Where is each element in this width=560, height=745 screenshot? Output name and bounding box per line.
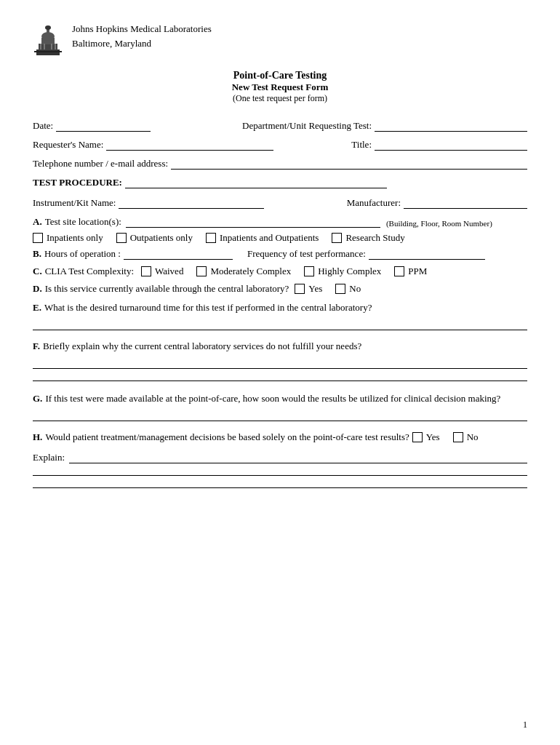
page-number: 1 [523, 720, 527, 730]
section-h-text: Would patient treatment/management decis… [45, 431, 409, 443]
section-g-text: If this test were made available at the … [45, 393, 500, 405]
checkbox-label-yes-h: Yes [426, 431, 440, 443]
section-h-explain-row: Explain: [33, 452, 527, 463]
checkbox-moderately-complex[interactable]: Moderately Complex [196, 266, 291, 277]
checkbox-yes-h[interactable]: Yes [412, 431, 440, 443]
title-input[interactable] [375, 139, 527, 151]
date-input[interactable] [56, 120, 151, 132]
section-d-label: D. [33, 283, 42, 295]
section-h-explain-input[interactable] [69, 452, 527, 463]
checkbox-label-highly: Highly Complex [318, 266, 381, 277]
requester-input[interactable] [106, 139, 273, 151]
form-title: Point-of-Care Testing New Test Request F… [33, 70, 527, 104]
section-g-header: G. If this test were made available at t… [33, 393, 527, 405]
section-f-line2[interactable] [33, 381, 527, 381]
section-b-label: B. [33, 248, 41, 260]
section-c-text: CLIA Test Complexity: [45, 266, 134, 277]
checkbox-label-moderately: Moderately Complex [210, 266, 291, 277]
section-h-explain-label: Explain: [33, 452, 65, 463]
test-procedure-row: TEST PROCEDURE: [33, 177, 527, 188]
checkbox-yes-d[interactable]: Yes [295, 283, 322, 295]
svg-rect-7 [40, 44, 41, 49]
instrument-input[interactable] [119, 197, 264, 209]
form-title-line2: New Test Request Form [33, 81, 527, 93]
section-a-header-row: A. Test site location(s): (Building, Flo… [33, 216, 527, 228]
section-f-text: Briefly explain why the current central … [43, 340, 361, 352]
checkbox-label-research: Research Study [345, 232, 404, 244]
checkbox-box-both[interactable] [206, 233, 216, 243]
section-g-label: G. [33, 393, 42, 405]
section-a-label: A. [33, 216, 42, 228]
section-e-line[interactable] [33, 330, 527, 330]
telephone-row: Telephone number / e-mail address: [33, 158, 527, 170]
section-c-label: C. [33, 266, 42, 277]
checkbox-box-moderately[interactable] [196, 266, 207, 276]
checkbox-box-waived[interactable] [141, 266, 151, 276]
section-c: C. CLIA Test Complexity: Waived Moderate… [33, 266, 527, 277]
section-f: F. Briefly explain why the current centr… [33, 340, 527, 381]
checkbox-box-yes-d[interactable] [295, 284, 305, 294]
section-h: H. Would patient treatment/management de… [33, 431, 527, 488]
date-dept-row: Date: Department/Unit Requesting Test: [33, 120, 527, 132]
checkbox-box-inpatients[interactable] [33, 233, 43, 243]
section-f-line1[interactable] [33, 368, 527, 369]
section-a-checkboxes: Inpatients only Outpatients only Inpatie… [33, 232, 527, 244]
section-d: D. Is this service currently available t… [33, 283, 527, 295]
checkbox-ppm[interactable]: PPM [394, 266, 427, 277]
section-e-text: What is the desired turnaround time for … [44, 302, 372, 314]
section-b: B. Hours of operation : Frequency of tes… [33, 248, 527, 260]
checkbox-box-ppm[interactable] [394, 266, 404, 276]
building-hint: (Building, Floor, Room Number) [386, 219, 492, 228]
checkbox-box-outpatients[interactable] [116, 233, 127, 243]
checkbox-no-d[interactable]: No [335, 283, 361, 295]
manufacturer-input[interactable] [404, 197, 527, 209]
section-f-header: F. Briefly explain why the current centr… [33, 340, 527, 352]
checkbox-waived[interactable]: Waived [141, 266, 183, 277]
section-c-row: C. CLIA Test Complexity: Waived Moderate… [33, 266, 527, 277]
checkbox-no-h[interactable]: No [453, 431, 479, 443]
checkbox-label-ppm: PPM [408, 266, 427, 277]
title-label: Title: [351, 139, 372, 151]
section-b-hours-label: Hours of operation : [44, 248, 121, 260]
checkbox-box-research[interactable] [332, 233, 342, 243]
telephone-input[interactable] [171, 158, 527, 170]
checkbox-box-yes-h[interactable] [412, 432, 423, 442]
header-text: Johns Hopkins Medical Laboratories Balti… [72, 22, 212, 50]
checkbox-inpatients-outpatients[interactable]: Inpatients and Outpatients [206, 232, 319, 244]
checkbox-box-no-h[interactable] [453, 432, 463, 442]
test-procedure-input[interactable] [125, 177, 387, 188]
dept-input[interactable] [375, 120, 527, 132]
org-line2: Baltimore, Maryland [72, 36, 212, 51]
logo-icon [33, 22, 63, 57]
svg-rect-8 [44, 44, 45, 49]
checkbox-highly-complex[interactable]: Highly Complex [304, 266, 381, 277]
section-e-header: E. What is the desired turnaround time f… [33, 302, 527, 314]
instrument-label: Instrument/Kit Name: [33, 197, 116, 209]
checkbox-label-yes-d: Yes [308, 283, 322, 295]
section-b-freq-input[interactable] [369, 248, 485, 260]
checkbox-outpatients-only[interactable]: Outpatients only [116, 232, 193, 244]
section-g-line[interactable] [33, 421, 527, 421]
section-a-input[interactable] [126, 216, 380, 228]
form-title-line1: Point-of-Care Testing [33, 70, 527, 81]
section-e: E. What is the desired turnaround time f… [33, 302, 527, 330]
checkbox-label-no-d: No [349, 283, 361, 295]
checkbox-research-study[interactable]: Research Study [332, 232, 404, 244]
section-h-line3[interactable] [33, 487, 527, 488]
manufacturer-label: Manufacturer: [347, 197, 401, 209]
checkbox-inpatients-only[interactable]: Inpatients only [33, 232, 103, 244]
section-e-label: E. [33, 302, 41, 314]
section-h-line2[interactable] [33, 475, 527, 476]
checkbox-label-outpatients: Outpatients only [130, 232, 193, 244]
requester-title-row: Requester's Name: Title: [33, 139, 527, 151]
checkbox-box-highly[interactable] [304, 266, 314, 276]
svg-rect-10 [55, 44, 56, 49]
section-b-hours-input[interactable] [124, 248, 233, 260]
section-d-text: Is this service currently available thro… [45, 283, 289, 295]
section-a-text: Test site location(s): [45, 216, 121, 228]
checkbox-box-no-d[interactable] [335, 284, 345, 294]
svg-rect-6 [34, 51, 62, 52]
section-h-header: H. Would patient treatment/management de… [33, 431, 527, 443]
checkbox-label-inpatients: Inpatients only [47, 232, 103, 244]
section-h-label: H. [33, 431, 42, 443]
